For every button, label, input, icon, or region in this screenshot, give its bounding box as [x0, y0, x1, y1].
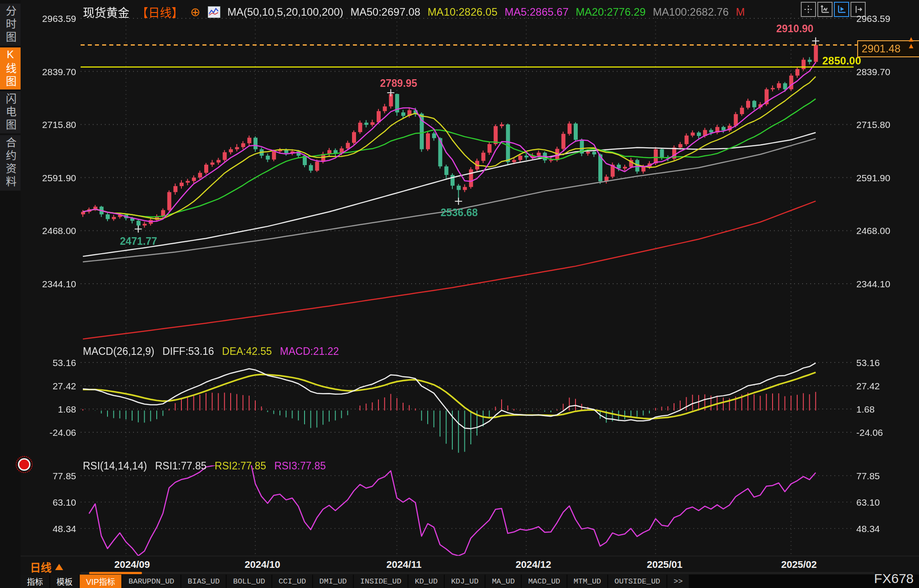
sidebar: 分时图 K线图 闪电图 合约资料	[0, 0, 21, 588]
tab-kd-ud[interactable]: KD_UD	[408, 575, 444, 588]
macd-dea-value: DEA:42.55	[222, 345, 272, 358]
price-axis-label: 2715.80	[35, 119, 76, 130]
price-axis-label: 2468.00	[35, 226, 76, 236]
tab-mtm-ud[interactable]: MTM_UD	[567, 575, 607, 588]
tab-inside-ud[interactable]: INSIDE_UD	[354, 575, 408, 588]
macd-axis-label: -24.06	[856, 427, 898, 438]
macd-axis-label: 53.16	[856, 358, 898, 368]
rsi-params-label: RSI(14,14,14)	[83, 460, 147, 472]
price-axis-label: 2963.59	[35, 13, 76, 24]
macd-axis-label: 1.68	[35, 404, 76, 415]
price-axis-label: 2344.10	[856, 279, 898, 290]
macd-axis-label: -24.06	[35, 427, 76, 438]
low-annotation: 2471.77	[120, 235, 157, 247]
macd-axis-label: 1.68	[856, 404, 898, 415]
macd-macd-value: MACD:21.22	[280, 345, 339, 358]
fx678-watermark: FX678	[874, 571, 914, 586]
add-overlay-icon[interactable]: ⊕	[190, 7, 201, 17]
time-axis-label: 2024/12	[502, 559, 565, 571]
rsi-axis-label: 77.85	[856, 471, 898, 481]
high-annotation: 2910.90	[776, 23, 813, 35]
rsi2-value: RSI2:77.85	[215, 460, 266, 472]
sidebar-item-contract-info[interactable]: 合约资料	[0, 135, 21, 191]
sidebar-item-lightning-chart[interactable]: 闪电图	[0, 91, 21, 133]
price-up-arrow-icon: ▲▲	[907, 36, 915, 49]
tab-indicators[interactable]: 指标	[21, 575, 49, 588]
timeframe-label: 日线	[30, 559, 52, 575]
tab-ma-ud[interactable]: MA_UD	[485, 575, 521, 588]
tab-templates[interactable]: 模板	[50, 575, 79, 588]
ma5-value: MA5:2865.67	[505, 6, 569, 18]
price-axis-label: 2591.90	[35, 173, 76, 183]
indicator-tabbar: 指标 模板 VIP指标 BARUPDN_UD BIAS_UD BOLL_UD C…	[21, 575, 919, 588]
period-badge: 【日线】	[137, 4, 183, 20]
tab-cci-ud[interactable]: CCI_UD	[272, 575, 312, 588]
price-axis-label: 2715.80	[856, 119, 898, 130]
scrollbar-thumb[interactable]	[89, 572, 142, 574]
price-axis-label: 2963.59	[856, 13, 898, 24]
rsi-axis-label: 77.85	[35, 471, 76, 481]
tab-outside-ud[interactable]: OUTSIDE_UD	[608, 575, 666, 588]
tab-more[interactable]: >>	[667, 575, 689, 588]
axis-play-icon[interactable]	[834, 2, 849, 17]
tab-kdj-ud[interactable]: KDJ_UD	[445, 575, 485, 588]
macd-axis-label: 27.42	[856, 381, 898, 392]
price-axis-label: 2839.70	[35, 67, 76, 77]
chart-type-icon[interactable]	[208, 6, 220, 18]
triangle-up-icon	[55, 564, 63, 570]
tab-vip-indicators[interactable]: VIP指标	[80, 575, 121, 588]
rsi3-value: RSI3:77.85	[274, 460, 326, 472]
rsi1-value: RSI1:77.85	[155, 460, 206, 472]
time-axis-label: 2024/11	[373, 559, 435, 571]
crosshair-icon[interactable]	[801, 2, 816, 17]
tab-boll-ud[interactable]: BOLL_UD	[227, 575, 271, 588]
tab-barupdn-ud[interactable]: BARUPDN_UD	[122, 575, 180, 588]
macd-axis-label: 53.16	[35, 358, 76, 368]
instrument-title: 现货黄金	[83, 4, 129, 20]
ma20-value: MA20:2776.29	[576, 6, 646, 18]
rsi-axis-label: 63.10	[856, 497, 898, 508]
yellow-line-price-label: 2850.00	[822, 55, 861, 67]
time-axis-label: 2025/01	[633, 559, 696, 571]
ma100-value: MA100:2682.76	[653, 6, 729, 18]
macd-diff-value: DIFF:53.16	[163, 345, 214, 358]
price-axis-label: 2839.70	[856, 67, 898, 77]
price-axis-label: 2468.00	[856, 226, 898, 236]
rsi-axis-label: 48.34	[856, 524, 898, 534]
sidebar-item-intraday-chart[interactable]: 分时图	[0, 4, 21, 46]
chart-application: 分时图 K线图 闪电图 合约资料 现货黄金 【日线】 ⊕ MA(50,10,5,…	[0, 0, 919, 588]
time-axis-label: 2024/09	[101, 559, 163, 571]
time-axis-label: 2024/10	[231, 559, 294, 571]
ma200-value-truncated: M	[736, 6, 745, 18]
tab-dmi-ud[interactable]: DMI_UD	[313, 575, 353, 588]
time-axis-label: 2025/02	[768, 559, 830, 571]
time-axis: 日线 2024/09 2024/10 2024/11 2024/12 2025/…	[21, 556, 919, 575]
ma-params-label: MA(50,10,5,20,100,200)	[228, 6, 344, 18]
low-annotation: 2536.68	[441, 207, 478, 219]
rsi-axis-label: 63.10	[35, 497, 76, 508]
ma10-value: MA10:2826.05	[428, 6, 498, 18]
axis-scale-icon[interactable]	[817, 2, 833, 17]
macd-axis-label: 27.42	[35, 381, 76, 392]
sidebar-item-kline-chart[interactable]: K线图	[0, 47, 21, 89]
peak-annotation: 2789.95	[380, 77, 417, 89]
scrollbar-track[interactable]	[81, 572, 874, 574]
macd-params-label: MACD(26,12,9)	[83, 345, 155, 358]
ma50-value: MA50:2697.08	[351, 6, 421, 18]
timeframe-selector[interactable]: 日线	[30, 559, 63, 575]
hot-indicator-icon[interactable]	[18, 458, 30, 471]
rsi-header: RSI(14,14,14) RSI1:77.85 RSI2:77.85 RSI3…	[83, 460, 326, 472]
price-axis-label: 2344.10	[35, 279, 76, 290]
price-axis-label: 2591.90	[856, 173, 898, 183]
rsi-axis-label: 48.34	[35, 524, 76, 534]
chart-header: 现货黄金 【日线】 ⊕ MA(50,10,5,20,100,200) MA50:…	[83, 4, 745, 20]
chart-canvas[interactable]	[0, 0, 919, 588]
tab-macd-ud[interactable]: MACD_UD	[522, 575, 566, 588]
tab-bias-ud[interactable]: BIAS_UD	[181, 575, 226, 588]
macd-header: MACD(26,12,9) DIFF:53.16 DEA:42.55 MACD:…	[83, 345, 339, 358]
